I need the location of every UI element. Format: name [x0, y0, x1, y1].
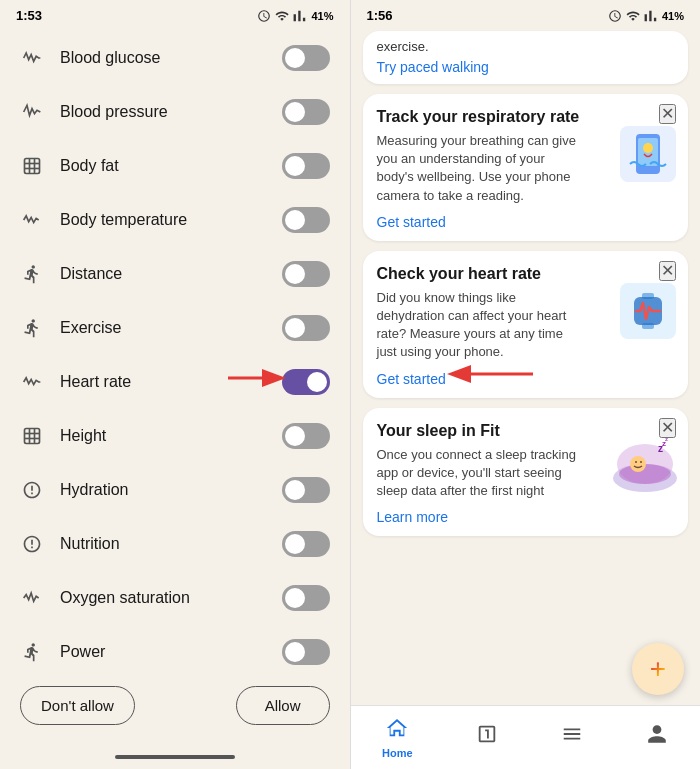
health-item-height: Height: [0, 409, 350, 463]
health-item-distance: Distance: [0, 247, 350, 301]
body-temperature-toggle[interactable]: [282, 207, 330, 233]
nav-journal[interactable]: [476, 723, 498, 753]
nav-home[interactable]: Home: [382, 717, 413, 759]
respiratory-illustration: [620, 126, 676, 182]
browse-nav-icon: [561, 723, 583, 751]
blood-pressure-toggle[interactable]: [282, 99, 330, 125]
fab-plus-icon: +: [650, 653, 666, 685]
card-heart-close[interactable]: ✕: [659, 261, 676, 281]
card-heart-title: Check your heart rate: [377, 265, 675, 283]
body-temperature-icon: [20, 208, 44, 232]
battery-right: 41%: [662, 10, 684, 22]
heart-rate-icon: [20, 370, 44, 394]
svg-rect-0: [25, 159, 40, 174]
card-respiratory-close[interactable]: ✕: [659, 104, 676, 124]
blood-glucose-label: Blood glucose: [60, 49, 266, 67]
health-item-blood-pressure: Blood pressure: [0, 85, 350, 139]
nav-profile[interactable]: [646, 723, 668, 753]
card-heart-body: Did you know things like dehydration can…: [377, 289, 577, 362]
nav-home-label: Home: [382, 747, 413, 759]
home-nav-icon: [386, 717, 408, 745]
nav-browse[interactable]: [561, 723, 583, 753]
heart-rate-label: Heart rate: [60, 373, 266, 391]
card-sleep-close[interactable]: ✕: [659, 418, 676, 438]
height-toggle[interactable]: [282, 423, 330, 449]
card-respiratory: Track your respiratory rate Measuring yo…: [363, 94, 689, 241]
card-partial: exercise. Try paced walking: [363, 31, 689, 84]
card-heart-link[interactable]: Get started: [377, 371, 446, 387]
distance-toggle[interactable]: [282, 261, 330, 287]
card-respiratory-link[interactable]: Get started: [377, 214, 446, 230]
card-respiratory-body: Measuring your breathing can give you an…: [377, 132, 577, 205]
power-label: Power: [60, 643, 266, 661]
card-respiratory-title: Track your respiratory rate: [377, 108, 675, 126]
svg-point-24: [630, 456, 646, 472]
exercise-icon: [20, 316, 44, 340]
svg-rect-17: [642, 293, 654, 299]
time-right: 1:56: [367, 8, 393, 23]
svg-point-13: [643, 143, 653, 153]
health-item-oxygen-saturation: Oxygen saturation: [0, 571, 350, 625]
status-icons-left: 41%: [257, 9, 333, 23]
card-partial-text: exercise.: [377, 39, 675, 54]
status-bar-left: 1:53 41%: [0, 0, 350, 27]
blood-glucose-toggle[interactable]: [282, 45, 330, 71]
heart-illustration: [620, 283, 676, 339]
profile-nav-icon: [646, 723, 668, 751]
allow-button[interactable]: Allow: [236, 686, 330, 725]
bottom-buttons: Don't allow Allow: [0, 670, 350, 749]
nutrition-label: Nutrition: [60, 535, 266, 553]
body-temperature-label: Body temperature: [60, 211, 266, 229]
oxygen-saturation-toggle[interactable]: [282, 585, 330, 611]
height-label: Height: [60, 427, 266, 445]
sleep-illustration: z z z: [610, 436, 680, 496]
health-item-body-temperature: Body temperature: [0, 193, 350, 247]
battery-left: 41%: [311, 10, 333, 22]
card-sleep-body: Once you connect a sleep tracking app or…: [377, 446, 577, 501]
heart-rate-toggle[interactable]: [282, 369, 330, 395]
blood-pressure-label: Blood pressure: [60, 103, 266, 121]
body-fat-label: Body fat: [60, 157, 266, 175]
card-sleep-link[interactable]: Learn more: [377, 509, 449, 525]
svg-rect-16: [642, 323, 654, 329]
right-panel: 1:56 41% exercise. Try paced walking Tra…: [351, 0, 701, 769]
health-item-body-fat: Body fat: [0, 139, 350, 193]
health-item-power: Power: [0, 625, 350, 670]
status-bar-right: 1:56 41%: [351, 0, 701, 27]
status-icons-right: 41%: [608, 9, 684, 23]
health-list: Blood glucose Blood pressure Body fat Bo…: [0, 27, 350, 670]
exercise-toggle[interactable]: [282, 315, 330, 341]
svg-rect-5: [25, 429, 40, 444]
dont-allow-button[interactable]: Don't allow: [20, 686, 135, 725]
oxygen-saturation-label: Oxygen saturation: [60, 589, 266, 607]
card-sleep: Your sleep in Fit Once you connect a sle…: [363, 408, 689, 537]
bottom-nav: Home: [351, 705, 701, 769]
hydration-label: Hydration: [60, 481, 266, 499]
oxygen-saturation-icon: [20, 586, 44, 610]
health-item-hydration: Hydration: [0, 463, 350, 517]
distance-icon: [20, 262, 44, 286]
blood-glucose-icon: [20, 46, 44, 70]
blood-pressure-icon: [20, 100, 44, 124]
health-item-nutrition: Nutrition: [0, 517, 350, 571]
home-indicator-left: [0, 749, 350, 769]
body-fat-icon: [20, 154, 44, 178]
home-bar-left: [115, 755, 235, 759]
left-panel: 1:53 41% Blood glucose Blood pres: [0, 0, 350, 769]
height-icon: [20, 424, 44, 448]
card-heart-rate: Check your heart rate Did you know thing…: [363, 251, 689, 398]
nutrition-icon: [20, 532, 44, 556]
hydration-toggle[interactable]: [282, 477, 330, 503]
cards-container: exercise. Try paced walking Track your r…: [351, 27, 701, 705]
health-item-blood-glucose: Blood glucose: [0, 31, 350, 85]
fab-button[interactable]: +: [632, 643, 684, 695]
health-item-exercise: Exercise: [0, 301, 350, 355]
health-item-heart-rate: Heart rate: [0, 355, 350, 409]
exercise-label: Exercise: [60, 319, 266, 337]
distance-label: Distance: [60, 265, 266, 283]
body-fat-toggle[interactable]: [282, 153, 330, 179]
card-partial-link[interactable]: Try paced walking: [377, 59, 489, 75]
journal-nav-icon: [476, 723, 498, 751]
nutrition-toggle[interactable]: [282, 531, 330, 557]
power-toggle[interactable]: [282, 639, 330, 665]
